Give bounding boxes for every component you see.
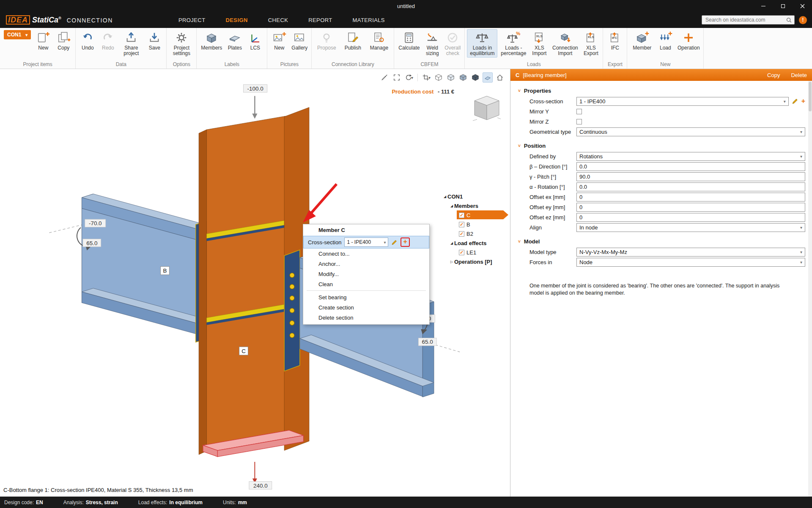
loads-percentage-button[interactable]: % Loads - percentage bbox=[498, 29, 529, 58]
section-properties[interactable]: ˅ Properties bbox=[518, 85, 805, 96]
close-button[interactable] bbox=[793, 0, 812, 12]
new-picture-button[interactable]: New bbox=[269, 29, 289, 52]
menu-item-modify[interactable]: Modify... bbox=[303, 269, 429, 279]
home-view-button[interactable] bbox=[495, 72, 505, 83]
expander-icon[interactable]: ◢ bbox=[449, 204, 454, 208]
zoom-fit-button[interactable] bbox=[392, 72, 402, 83]
gamma-pitch-input[interactable] bbox=[576, 172, 805, 181]
delete-member-button[interactable]: Delete bbox=[791, 72, 807, 78]
3d-scene[interactable]: -100.0 240.0 -70.0 65.0 bbox=[0, 69, 510, 497]
project-settings-button[interactable]: Project settings bbox=[169, 29, 194, 58]
column-member-c[interactable] bbox=[199, 116, 285, 454]
gallery-button[interactable]: Gallery bbox=[290, 29, 309, 52]
cross-section-combo[interactable]: 1 - IPE400 ▾ bbox=[344, 237, 388, 247]
tree-node-members[interactable]: ◢ Members bbox=[440, 201, 510, 210]
offset-ey-input[interactable] bbox=[576, 203, 805, 212]
tab-design[interactable]: DESIGN bbox=[225, 12, 248, 28]
3d-viewport[interactable]: -100.0 240.0 -70.0 65.0 bbox=[0, 69, 510, 497]
notification-icon[interactable]: ! bbox=[799, 16, 807, 24]
ifc-export-button[interactable]: IFC IFC bbox=[605, 29, 625, 52]
align-dropdown[interactable]: In node▾ bbox=[576, 223, 805, 232]
new-member-button[interactable]: Member bbox=[629, 29, 655, 52]
dimension-lines-button[interactable] bbox=[379, 72, 390, 83]
maximize-button[interactable] bbox=[773, 0, 793, 12]
tab-report[interactable]: REPORT bbox=[307, 12, 333, 28]
connection-import-button[interactable]: Connection Import bbox=[550, 29, 580, 58]
context-cross-section-row[interactable]: Cross-section 1 - IPE400 ▾ + bbox=[303, 236, 429, 248]
tree-node-operations[interactable]: ▷ Operations [P] bbox=[440, 257, 510, 266]
cross-section-dropdown[interactable]: 1 - IPE400▾ bbox=[576, 97, 789, 106]
search-box[interactable] bbox=[702, 15, 795, 25]
xls-export-button[interactable]: XLS XLS Export bbox=[581, 29, 601, 58]
add-cross-section-button[interactable]: + bbox=[801, 98, 805, 104]
publish-button[interactable]: Publish bbox=[340, 29, 365, 52]
beta-direction-input[interactable] bbox=[576, 162, 805, 171]
menu-item-clean[interactable]: Clean bbox=[303, 279, 429, 289]
tab-check[interactable]: CHECK bbox=[267, 12, 289, 28]
checkbox-checked[interactable]: ✓ bbox=[459, 250, 464, 255]
new-project-item-button[interactable]: New bbox=[33, 29, 53, 52]
menu-item-anchor[interactable]: Anchor... bbox=[303, 259, 429, 269]
labels-lcs-button[interactable]: LCS bbox=[245, 29, 265, 52]
new-load-button[interactable]: Load bbox=[656, 29, 675, 52]
undo-button[interactable]: Undo bbox=[78, 29, 97, 52]
share-project-button[interactable]: Share project bbox=[118, 29, 144, 58]
menu-item-connect-to[interactable]: Connect to... bbox=[303, 248, 429, 259]
copy-project-item-button[interactable]: Copy bbox=[54, 29, 73, 52]
tab-materials[interactable]: MATERIALS bbox=[352, 12, 386, 28]
xls-import-button[interactable]: XLS XLS Import bbox=[529, 29, 549, 58]
checkbox-checked[interactable]: ✓ bbox=[459, 222, 464, 227]
menu-item-create-section[interactable]: Create section bbox=[303, 302, 429, 312]
dark-cube-view-button[interactable] bbox=[470, 72, 480, 83]
solid-view-button[interactable] bbox=[446, 72, 456, 83]
manage-button[interactable]: Manage bbox=[366, 29, 392, 52]
mirror-z-checkbox[interactable] bbox=[576, 119, 582, 124]
shaded-view-button[interactable] bbox=[458, 72, 468, 83]
tree-item-member-c[interactable]: ✓ C bbox=[440, 210, 510, 220]
labels-plates-button[interactable]: Plates bbox=[225, 29, 244, 52]
section-model[interactable]: ˅ Model bbox=[518, 236, 805, 247]
project-item-combo[interactable]: CON1▾ bbox=[4, 30, 31, 39]
edit-pencil-icon[interactable] bbox=[792, 98, 798, 105]
copy-member-button[interactable]: Copy bbox=[767, 72, 780, 78]
model-type-dropdown[interactable]: N-Vy-Vz-Mx-My-Mz▾ bbox=[576, 248, 805, 257]
alpha-rotation-input[interactable] bbox=[576, 182, 805, 191]
navigation-cube[interactable] bbox=[470, 94, 503, 125]
section-position[interactable]: ˅ Position bbox=[518, 140, 805, 151]
clipping-button[interactable]: ▾ bbox=[421, 72, 431, 83]
minimize-button[interactable] bbox=[754, 0, 773, 12]
wireframe-view-button[interactable] bbox=[433, 72, 444, 83]
loads-in-equilibrium-button[interactable]: Loads in equilibrium bbox=[467, 29, 497, 58]
menu-item-set-bearing[interactable]: Set bearing bbox=[303, 292, 429, 302]
menu-item-delete-section[interactable]: Delete section bbox=[303, 312, 429, 323]
geometrical-type-dropdown[interactable]: Continuous▾ bbox=[576, 127, 805, 136]
offset-ez-input[interactable] bbox=[576, 213, 805, 222]
tree-item-member-b2[interactable]: ✓ B2 bbox=[440, 229, 510, 238]
forces-in-dropdown[interactable]: Node▾ bbox=[576, 258, 805, 267]
weld-sizing-button[interactable]: Weld sizing bbox=[422, 29, 442, 58]
calculate-button[interactable]: Calculate bbox=[396, 29, 422, 52]
tree-item-le1[interactable]: ✓ LE1 bbox=[440, 248, 510, 257]
search-input[interactable] bbox=[705, 17, 784, 23]
labels-members-button[interactable]: Members bbox=[199, 29, 224, 52]
checkbox-checked[interactable]: ✓ bbox=[459, 231, 464, 237]
transparent-plane-view-button[interactable] bbox=[483, 72, 493, 83]
offset-ex-input[interactable] bbox=[576, 193, 805, 202]
tree-node-con1[interactable]: ◢ CON1 bbox=[440, 192, 510, 201]
expander-icon[interactable]: ◢ bbox=[442, 195, 447, 199]
checkbox-checked[interactable]: ✓ bbox=[459, 213, 464, 218]
new-operation-button[interactable]: Operation bbox=[676, 29, 701, 52]
beam-b[interactable] bbox=[82, 194, 207, 334]
scrollbar-thumb[interactable] bbox=[809, 82, 812, 111]
mirror-y-checkbox[interactable] bbox=[576, 109, 582, 114]
panel-scrollbar[interactable] bbox=[808, 81, 812, 497]
save-button[interactable]: Save bbox=[145, 29, 164, 52]
edit-pencil-icon[interactable] bbox=[391, 239, 398, 246]
expander-icon[interactable]: ◢ bbox=[449, 241, 454, 245]
add-cross-section-button[interactable]: + bbox=[403, 238, 407, 245]
expander-icon[interactable]: ▷ bbox=[449, 260, 454, 264]
tree-item-member-b[interactable]: ✓ B bbox=[440, 220, 510, 229]
tree-node-load-effects[interactable]: ◢ Load effects bbox=[440, 238, 510, 248]
tab-project[interactable]: PROJECT bbox=[178, 12, 206, 28]
defined-by-dropdown[interactable]: Rotations▾ bbox=[576, 152, 805, 161]
